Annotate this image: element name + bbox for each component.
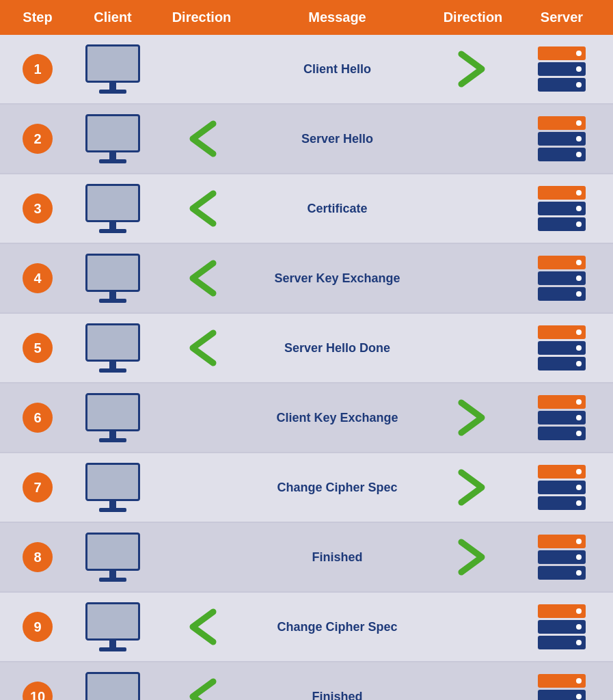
step-badge: 9: [23, 612, 53, 642]
server-unit-mid: [538, 202, 586, 215]
chevron-left-icon: [185, 329, 219, 367]
step-badge: 4: [23, 263, 53, 293]
header-step: Step: [7, 10, 68, 25]
header: Step Client Direction Message Direction …: [0, 0, 613, 35]
message-cell: Finished: [246, 690, 428, 701]
server-dot: [576, 469, 582, 474]
monitor-icon: [85, 672, 140, 700]
server-icon: [538, 186, 586, 231]
server-unit-mid: [538, 620, 586, 634]
server-dot: [576, 500, 582, 506]
client-cell: [68, 463, 157, 512]
message-cell: Client Key Exchange: [246, 411, 428, 425]
monitor-neck: [109, 152, 116, 159]
step-badge: 6: [23, 403, 53, 433]
server-dot: [576, 190, 582, 196]
monitor-icon: [85, 463, 140, 512]
step-badge: 8: [23, 542, 53, 572]
server-unit-mid: [538, 62, 586, 76]
server-unit-mid: [538, 550, 586, 564]
step-badge: 10: [23, 682, 53, 700]
table-row: 1 Client Hello: [0, 35, 613, 105]
server-icon: [538, 325, 586, 371]
server-dot: [576, 640, 582, 645]
server-unit-mid: [538, 411, 586, 425]
server-dot: [576, 678, 582, 684]
server-cell: [517, 674, 606, 700]
server-unit-top: [538, 186, 586, 200]
step-cell: 7: [7, 472, 68, 502]
chevron-left-icon: [185, 677, 219, 700]
chevron-right-icon: [456, 50, 490, 88]
server-unit-top: [538, 395, 586, 409]
monitor-icon: [85, 533, 140, 582]
monitor-neck: [109, 431, 116, 438]
server-unit-top: [538, 535, 586, 548]
client-cell: [68, 44, 157, 94]
monitor-base: [99, 159, 126, 163]
monitor-neck: [109, 362, 116, 368]
step-badge: 5: [23, 333, 53, 363]
message-cell: Server Hello Done: [246, 341, 428, 355]
monitor-screen: [85, 463, 140, 501]
message-cell: Server Hello: [246, 132, 428, 146]
monitor-neck: [109, 222, 116, 229]
server-cell: [517, 604, 606, 649]
direction-right-cell: [428, 50, 517, 88]
monitor-icon: [85, 254, 140, 303]
header-message: Message: [246, 10, 428, 25]
step-cell: 10: [7, 682, 68, 700]
table-row: 4 Server Key Exchange: [0, 244, 613, 314]
monitor-base: [99, 438, 126, 442]
server-dot: [576, 345, 582, 351]
direction-left-cell: [157, 608, 246, 646]
server-dot: [576, 694, 582, 699]
server-icon: [538, 116, 586, 161]
client-cell: [68, 672, 157, 700]
server-unit-bot: [538, 427, 586, 440]
server-unit-bot: [538, 217, 586, 231]
table-row: 6 Client Key Exchange: [0, 383, 613, 453]
server-unit-bot: [538, 148, 586, 161]
server-dot: [576, 206, 582, 211]
monitor-icon: [85, 114, 140, 163]
monitor-screen: [85, 323, 140, 362]
step-cell: 6: [7, 403, 68, 433]
server-unit-mid: [538, 341, 586, 355]
server-cell: [517, 46, 606, 92]
step-cell: 5: [7, 333, 68, 363]
header-server: Server: [517, 10, 606, 25]
client-cell: [68, 393, 157, 442]
direction-left-cell: [157, 677, 246, 700]
step-cell: 8: [7, 542, 68, 572]
server-dot: [576, 329, 582, 335]
monitor-base: [99, 578, 126, 582]
monitor-icon: [85, 323, 140, 373]
server-unit-bot: [538, 566, 586, 580]
server-cell: [517, 465, 606, 510]
message-cell: Change Cipher Spec: [246, 481, 428, 495]
server-unit-mid: [538, 271, 586, 285]
client-cell: [68, 254, 157, 303]
server-icon: [538, 46, 586, 92]
server-dot: [576, 554, 582, 560]
direction-right-cell: [428, 538, 517, 576]
server-unit-mid: [538, 481, 586, 494]
table-row: 9 Change Cipher Spec: [0, 593, 613, 662]
chevron-left-icon: [185, 608, 219, 646]
server-icon: [538, 604, 586, 649]
server-unit-bot: [538, 636, 586, 649]
server-unit-bot: [538, 496, 586, 510]
chevron-left-icon: [185, 120, 219, 158]
header-direction-left: Direction: [157, 10, 246, 25]
step-cell: 2: [7, 124, 68, 154]
server-unit-bot: [538, 287, 586, 301]
server-dot: [576, 136, 582, 142]
message-cell: Client Hello: [246, 62, 428, 77]
server-unit-bot: [538, 78, 586, 92]
server-unit-top: [538, 256, 586, 269]
client-cell: [68, 323, 157, 373]
monitor-icon: [85, 184, 140, 233]
table-row: 7 Change Cipher Spec: [0, 453, 613, 523]
chevron-right-icon: [456, 399, 490, 437]
